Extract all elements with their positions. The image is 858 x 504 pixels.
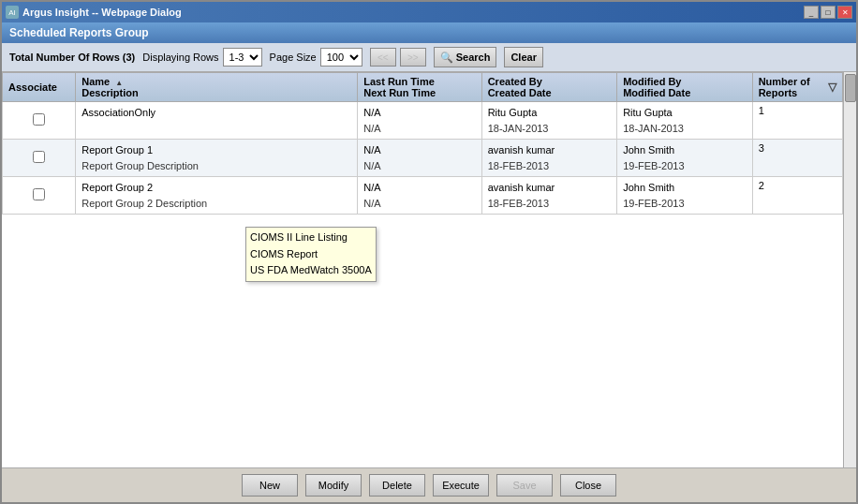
close-button[interactable]: Close [560, 474, 616, 497]
row3-modified-date: 19-FEB-2013 [623, 196, 746, 212]
row2-name-cell: Report Group 1 Report Group Description [76, 140, 358, 177]
displaying-rows-group: Displaying Rows 1-3 [142, 48, 261, 67]
row2-checkbox[interactable] [33, 151, 45, 163]
row3-name-cell: Report Group 2 Report Group 2 Descriptio… [76, 177, 358, 215]
nav-prev-button[interactable]: << [370, 48, 396, 67]
search-button[interactable]: 🔍 Search [434, 47, 497, 67]
col-description-label: Description [81, 87, 139, 98]
row3-created: avanish kumar 18-FEB-2013 [488, 180, 611, 211]
row1-created-cell: Ritu Gupta 18-JAN-2013 [481, 102, 616, 140]
col-created-date-label: Created Date [488, 87, 552, 98]
row1-modified-cell: Ritu Gupta 18-JAN-2013 [617, 102, 752, 140]
row3-name: Report Group 2 [81, 180, 351, 196]
displaying-rows-select[interactable]: 1-3 [223, 48, 262, 67]
row1-runtime: N/A N/A [363, 105, 475, 136]
row1-name-cell: AssociationOnly [76, 102, 358, 140]
row3-modified-cell: John Smith 19-FEB-2013 [617, 177, 752, 215]
row1-created: Ritu Gupta 18-JAN-2013 [488, 105, 611, 136]
row2-name-description: Report Group 1 Report Group Description [81, 142, 351, 173]
row1-modified: Ritu Gupta 18-JAN-2013 [623, 105, 746, 136]
col-name: Name ▲ Description [76, 73, 358, 102]
row1-associate-cell [3, 102, 76, 140]
row1-checkbox[interactable] [33, 113, 45, 126]
row1-next-run: N/A [363, 121, 475, 137]
table-row: Report Group 2 Report Group 2 Descriptio… [3, 177, 843, 215]
row2-modified-cell: John Smith 19-FEB-2013 [617, 140, 752, 177]
table-row: AssociationOnly N/A N/A [3, 102, 843, 140]
row1-modified-date: 18-JAN-2013 [623, 121, 746, 137]
row3-created-date: 18-FEB-2013 [488, 196, 611, 212]
data-table: Associate Name ▲ Description Last Run Ti… [2, 72, 843, 215]
vertical-scrollbar[interactable] [843, 72, 856, 467]
page-size-label: Page Size [270, 52, 317, 63]
page-size-select[interactable]: 100 [320, 48, 362, 67]
row2-created: avanish kumar 18-FEB-2013 [488, 142, 611, 173]
new-button[interactable]: New [242, 474, 298, 497]
col-last-run-time: Last Run Time Next Run Time [358, 73, 481, 102]
search-magnifier-icon: 🔍 [440, 52, 453, 64]
row2-modified-by: John Smith [623, 142, 746, 158]
row3-associate-cell [3, 177, 76, 215]
row1-created-by: Ritu Gupta [488, 105, 611, 121]
col-created-by-label: Created By [488, 76, 542, 87]
title-bar: AI Argus Insight -- Webpage Dialog _ □ ✕ [2, 2, 856, 22]
row2-description: Report Group Description [81, 158, 351, 174]
row3-runtime: N/A N/A [363, 180, 475, 211]
row3-modified-by: John Smith [623, 180, 746, 196]
row3-created-cell: avanish kumar 18-FEB-2013 [481, 177, 616, 215]
main-window: AI Argus Insight -- Webpage Dialog _ □ ✕… [0, 0, 858, 504]
title-buttons: _ □ ✕ [804, 6, 852, 19]
col-num-reports: Number of Reports ▽ [752, 73, 842, 102]
row1-modified-by: Ritu Gupta [623, 105, 746, 121]
row2-next-run: N/A [363, 158, 475, 174]
row3-modified: John Smith 19-FEB-2013 [623, 180, 746, 211]
minimize-button[interactable]: _ [804, 6, 819, 19]
close-window-button[interactable]: ✕ [837, 6, 852, 19]
row2-runtime: N/A N/A [363, 142, 475, 173]
maximize-button[interactable]: □ [821, 6, 836, 19]
col-modified-date-label: Modified Date [623, 87, 690, 98]
row3-last-run: N/A [363, 180, 475, 196]
window-title: Argus Insight -- Webpage Dialog [22, 7, 182, 18]
col-num-reports-label: Number of [759, 76, 810, 87]
tooltip-item-1: CIOMS II Line Listing [250, 230, 372, 246]
row2-modified-date: 19-FEB-2013 [623, 158, 746, 174]
row3-next-run: N/A [363, 196, 475, 212]
table-container: Associate Name ▲ Description Last Run Ti… [2, 72, 856, 467]
section-header: Scheduled Reports Group [2, 22, 856, 43]
nav-next-button[interactable]: >> [400, 48, 426, 67]
modify-button[interactable]: Modify [305, 474, 362, 497]
row2-created-cell: avanish kumar 18-FEB-2013 [481, 140, 616, 177]
row1-name-description: AssociationOnly [81, 105, 351, 121]
col-associate-label: Associate [8, 82, 57, 93]
row2-name: Report Group 1 [81, 142, 351, 158]
row3-name-description: Report Group 2 Report Group 2 Descriptio… [81, 180, 351, 211]
table-row: Report Group 1 Report Group Description … [3, 140, 843, 177]
save-button[interactable]: Save [496, 474, 553, 497]
page-size-group: Page Size 100 [270, 48, 362, 67]
row2-numreports-cell: 3 [752, 140, 842, 177]
col-name-label: Name [81, 76, 110, 87]
app-icon: AI [6, 6, 19, 19]
col-last-run-label: Last Run Time [363, 76, 435, 87]
tooltip-item-2: CIOMS Report [250, 246, 372, 263]
row2-created-by: avanish kumar [488, 142, 611, 158]
execute-button[interactable]: Execute [433, 474, 489, 497]
row3-checkbox[interactable] [33, 188, 45, 200]
row2-last-run: N/A [363, 142, 475, 158]
tooltip-popup: CIOMS II Line Listing CIOMS Report US FD… [245, 227, 377, 282]
table-header-row: Associate Name ▲ Description Last Run Ti… [3, 73, 843, 102]
delete-button[interactable]: Delete [369, 474, 425, 497]
sort-asc-icon: ▲ [115, 79, 123, 87]
total-rows-label: Total Number Of Rows (3) [9, 52, 135, 63]
row1-last-run: N/A [363, 105, 475, 121]
row2-modified: John Smith 19-FEB-2013 [623, 142, 746, 173]
filter-icon[interactable]: ▽ [828, 81, 836, 94]
title-bar-left: AI Argus Insight -- Webpage Dialog [6, 6, 182, 19]
clear-button[interactable]: Clear [504, 47, 543, 67]
nav-buttons-group: << >> [370, 48, 426, 67]
col-modified-by-label: Modified By [623, 76, 681, 87]
col-next-run-label: Next Run Time [363, 87, 436, 98]
scrollbar-thumb[interactable] [845, 74, 856, 102]
row2-associate-cell [3, 140, 76, 177]
